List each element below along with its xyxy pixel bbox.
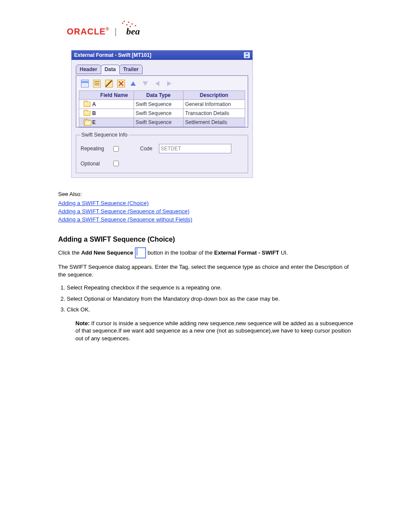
pencil-icon [105,80,113,87]
code-label: Code [140,146,156,152]
link-choice[interactable]: Adding a SWIFT Sequence (Choice) [58,200,149,206]
link-seq-of-seq[interactable]: Adding a SWIFT Sequence (Sequence of Seq… [58,208,190,215]
tab-header[interactable]: Header [76,65,101,74]
folder-open-icon [84,120,90,125]
move-down-button[interactable] [141,79,149,88]
col-data-type: Data Type [134,91,183,100]
window-control-icon[interactable] [244,52,250,58]
window-title: External Format - Swift [MT101] [74,52,151,58]
move-up-button[interactable] [129,79,137,88]
section-intro: Click the Add New Sequence button in the… [58,248,355,259]
field-name: A [92,101,96,107]
step-item: Click OK. [67,306,355,314]
field-desc: General Information [183,100,245,109]
screenshot-panel: External Format - Swift [MT101] Header D… [71,50,253,178]
tab-trailer[interactable]: Trailer [119,65,143,74]
form-view-button[interactable] [93,79,101,88]
logo-row: ORACLE® | bea [67,26,355,37]
folder-closed-icon [84,102,90,107]
step-item: Select Repeating checkbox if the sequenc… [67,284,355,292]
add-sequence-button[interactable] [81,79,89,88]
link-seq-without-fields[interactable]: Adding a SWIFT Sequence (Sequence withou… [58,216,192,223]
table-row[interactable]: E Swift Sequence Settlement Details [79,118,245,127]
arrow-right-icon [167,81,171,86]
see-also-label: See Also: [58,191,355,197]
tab-strip: Header Data Trailer [76,64,248,74]
col-field-name: Field Name [95,91,134,100]
field-name: E [92,119,96,125]
arrow-down-icon [143,81,148,86]
folder-closed-icon [84,111,90,116]
grid-icon [81,80,89,87]
field-type: Swift Sequence [134,109,183,118]
step-item: Select Optional or Mandatory from the Ma… [67,295,355,303]
field-desc: Transaction Details [183,109,245,118]
arrow-up-icon [131,81,136,86]
repeating-label: Repeating [81,146,108,152]
delete-button[interactable] [117,79,125,88]
form-icon [93,80,101,87]
edit-button[interactable] [105,79,113,88]
field-name: B [92,110,96,116]
table-row[interactable]: B Swift Sequence Transaction Details [79,109,245,118]
steps-list: Select Repeating checkbox if the sequenc… [67,284,355,314]
sequence-info-fieldset: Swift Sequence Info Repeating Code Optio… [76,132,248,173]
nav-back-button[interactable] [153,79,162,88]
repeating-checkbox[interactable] [113,146,119,152]
logo-separator: | [115,27,117,37]
fields-table: Field Name Data Type Description A [79,90,245,127]
oracle-logo: ORACLE® [67,27,109,37]
code-input[interactable] [159,144,231,153]
arrow-left-icon [155,81,159,86]
optional-label: Optional [81,161,108,167]
bea-logo: bea [122,26,140,37]
field-type: Swift Sequence [134,118,183,127]
note-text: If cursor is inside a sequence while add… [75,320,353,342]
nav-forward-button[interactable] [165,79,174,88]
toolbar [79,78,245,90]
field-type: Swift Sequence [134,100,183,109]
add-sequence-inline-icon [135,247,146,258]
note-block: Note: If cursor is inside a sequence whi… [75,320,355,342]
optional-checkbox[interactable] [113,161,119,166]
section-p2: The SWIFT Sequence dialog appears. Enter… [58,263,355,278]
table-row[interactable]: A Swift Sequence General Information [79,100,245,109]
field-desc: Settlement Details [183,118,245,127]
tab-data[interactable]: Data [101,65,120,74]
window-titlebar: External Format - Swift [MT101] [72,50,252,60]
delete-icon [117,80,125,87]
section-heading: Adding a SWIFT Sequence (Choice) [58,236,355,243]
fieldset-legend: Swift Sequence Info [81,132,128,138]
note-label: Note: [75,320,90,327]
col-description: Description [183,91,245,100]
